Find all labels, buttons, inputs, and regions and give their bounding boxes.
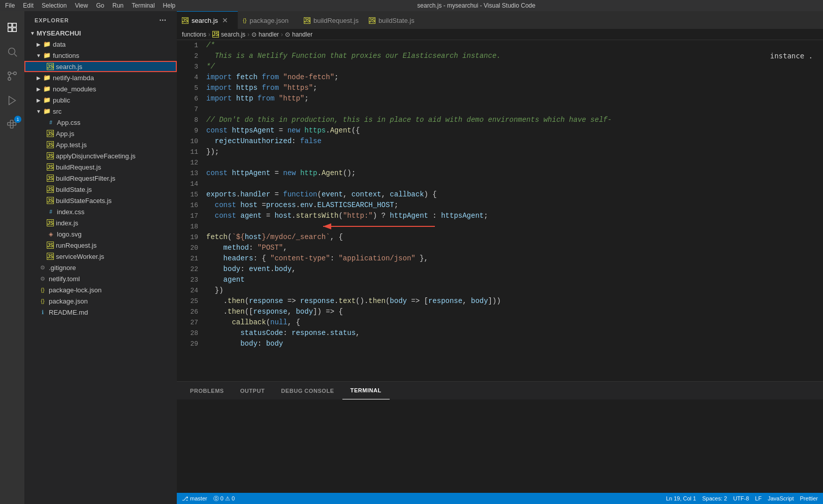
code-line-14 — [206, 179, 823, 189]
tab-search-js-icon: JS — [182, 17, 188, 24]
status-bar: ⎇ master ⓪ 0 ⚠ 0 Ln 19, Col 1 Spaces: 2 … — [177, 493, 823, 504]
status-spaces[interactable]: Spaces: 2 — [702, 495, 727, 501]
tree-item-package-json[interactable]: {} package.json — [24, 295, 177, 307]
code-line-21: headers: { "content-type": "application/… — [206, 253, 823, 264]
activity-debug[interactable] — [0, 88, 24, 113]
menu-help[interactable]: Help — [163, 2, 176, 9]
status-branch[interactable]: ⎇ master — [182, 495, 207, 502]
tree-item-apply-disjunctive[interactable]: JS applyDisjunctiveFaceting.js — [24, 150, 177, 161]
line-numbers: 1 2 3 4 5 6 7 8 9 10 11 12 13 14 15 16 1 — [177, 40, 202, 381]
breadcrumb-handler-1[interactable]: handler — [259, 31, 279, 38]
tab-search-js[interactable]: JS search.js ✕ — [177, 11, 238, 29]
status-formatter[interactable]: Prettier — [800, 495, 818, 501]
svg-point-2 — [8, 72, 11, 75]
breadcrumb-handler-icon2: ⊙ — [285, 31, 290, 38]
code-editor[interactable]: 1 2 3 4 5 6 7 8 9 10 11 12 13 14 15 16 1 — [177, 40, 823, 381]
tree-item-package-lock-json[interactable]: {} package-lock.json — [24, 284, 177, 295]
activity-scm[interactable] — [0, 64, 24, 88]
activity-search[interactable] — [0, 40, 24, 64]
tree-item-app-css[interactable]: # App.css — [24, 117, 177, 128]
code-line-4: import fetch from "node-fetch"; — [206, 72, 823, 83]
tab-build-state-label: buildState.js — [378, 17, 415, 24]
status-eol[interactable]: LF — [755, 495, 762, 501]
tree-item-index-css[interactable]: # index.css — [24, 206, 177, 217]
breadcrumb-search-js[interactable]: search.js — [221, 31, 245, 38]
breadcrumb-handler-icon: ⊙ — [251, 31, 257, 38]
status-encoding[interactable]: UTF-8 — [733, 495, 749, 501]
tree-item-data[interactable]: ▶ 📁 data — [24, 39, 177, 50]
tab-package-json-label: package.json — [249, 17, 289, 24]
sidebar-title: Explorer — [35, 17, 69, 23]
tab-build-request-icon: JS — [304, 17, 310, 24]
svg-marker-7 — [9, 96, 16, 105]
code-line-23: agent — [206, 275, 823, 285]
tab-bar: JS search.js ✕ {} package.json JS buildR… — [177, 11, 823, 29]
tab-search-js-close[interactable]: ✕ — [221, 16, 229, 24]
tree-item-logo-svg[interactable]: ◈ logo.svg — [24, 228, 177, 240]
tab-build-state-js[interactable]: JS buildState.js — [364, 11, 425, 29]
tab-build-request-label: buildRequest.js — [313, 17, 359, 24]
code-line-10: rejectUnauthorized: false — [206, 136, 823, 147]
new-file-icon[interactable]: ⋯ — [159, 16, 167, 24]
annotation-instance: instance . — [770, 51, 813, 61]
code-line-2: This is a Netlify Function that proxies … — [206, 51, 823, 61]
code-line-8: // Don't do this in production, this is … — [206, 115, 823, 125]
tree-root[interactable]: ▼ MYSEARCHUI — [24, 27, 177, 39]
tree-item-app-js[interactable]: JS App.js — [24, 128, 177, 139]
activity-extensions[interactable]: 1 — [0, 113, 24, 137]
tree-item-netlify-toml[interactable]: ⚙ netlify.toml — [24, 273, 177, 284]
code-line-11: }); — [206, 147, 823, 157]
breadcrumb-handler-2[interactable]: handler — [292, 31, 312, 38]
tree-item-node-modules[interactable]: ▶ 📁 node_modules — [24, 83, 177, 94]
panel-tab-output[interactable]: OUTPUT — [232, 382, 273, 399]
tree-item-readme[interactable]: ℹ README.md — [24, 307, 177, 318]
tree-item-service-worker[interactable]: JS serviceWorker.js — [24, 251, 177, 262]
breadcrumb-functions[interactable]: functions — [182, 31, 206, 38]
panel-tab-terminal[interactable]: TERMINAL — [342, 382, 390, 399]
tree-item-build-state[interactable]: JS buildState.js — [24, 184, 177, 195]
tab-package-json[interactable]: {} package.json — [238, 11, 299, 29]
code-line-16: const host =process.env.ELASTICSEARCH_HO… — [206, 200, 823, 211]
menu-file[interactable]: File — [5, 2, 15, 9]
tree-item-gitignore[interactable]: ⚙ .gitignore — [24, 262, 177, 273]
code-line-24: }) — [206, 285, 823, 296]
tree-item-src[interactable]: ▼ 📁 src — [24, 106, 177, 117]
tab-search-js-label: search.js — [192, 17, 218, 24]
menu-terminal[interactable]: Terminal — [132, 2, 154, 9]
menu-go[interactable]: Go — [96, 2, 104, 9]
tab-build-request-js[interactable]: JS buildRequest.js — [299, 11, 364, 29]
status-language[interactable]: JavaScript — [768, 495, 794, 501]
menu-view[interactable]: View — [75, 2, 88, 9]
sidebar: Explorer ⋯ ▼ MYSEARCHUI ▶ 📁 data ▼ 📁 fun… — [24, 11, 177, 504]
tree-item-build-request-filter[interactable]: JS buildRequestFilter.js — [24, 173, 177, 184]
panel-tab-problems[interactable]: PROBLEMS — [182, 382, 232, 399]
code-line-1: /* — [206, 40, 823, 51]
svg-point-0 — [9, 48, 15, 55]
tree-item-app-test-js[interactable]: JS App.test.js — [24, 139, 177, 150]
tree-item-build-request[interactable]: JS buildRequest.js — [24, 161, 177, 173]
svg-point-4 — [14, 72, 17, 75]
panel-tab-debug-console[interactable]: DEBUG CONSOLE — [273, 382, 342, 399]
status-ln-col[interactable]: Ln 19, Col 1 — [666, 495, 696, 501]
terminal-content[interactable] — [177, 399, 823, 493]
tree-item-search-js[interactable]: JS search.js — [24, 61, 177, 72]
code-line-26: .then([response, body]) => { — [206, 307, 823, 317]
activity-explorer[interactable] — [0, 15, 24, 40]
code-content[interactable]: /* This is a Netlify Function that proxi… — [202, 40, 823, 381]
tree-item-index-js[interactable]: JS index.js — [24, 217, 177, 228]
tree-item-run-request[interactable]: JS runRequest.js — [24, 240, 177, 251]
menu-edit[interactable]: Edit — [23, 2, 34, 9]
tree-item-functions[interactable]: ▼ 📁 functions — [24, 50, 177, 61]
tree-item-build-state-facets[interactable]: JS buildStateFacets.js — [24, 195, 177, 206]
code-line-13: const httpAgent = new http.Agent(); — [206, 168, 823, 179]
code-line-27: callback(null, { — [206, 317, 823, 328]
menu-run[interactable]: Run — [112, 2, 123, 9]
menu-bar[interactable]: File Edit Selection View Go Run Terminal… — [5, 2, 175, 9]
tree-item-public[interactable]: ▶ 📁 public — [24, 94, 177, 106]
breadcrumb: functions › JS search.js › ⊙ handler › ⊙… — [177, 29, 823, 40]
status-errors[interactable]: ⓪ 0 ⚠ 0 — [213, 495, 235, 502]
annotation-arrow — [308, 221, 460, 232]
tree-item-netlify-lambda[interactable]: ▶ 📁 netlify-lambda — [24, 72, 177, 83]
menu-selection[interactable]: Selection — [42, 2, 67, 9]
svg-line-1 — [14, 54, 17, 56]
